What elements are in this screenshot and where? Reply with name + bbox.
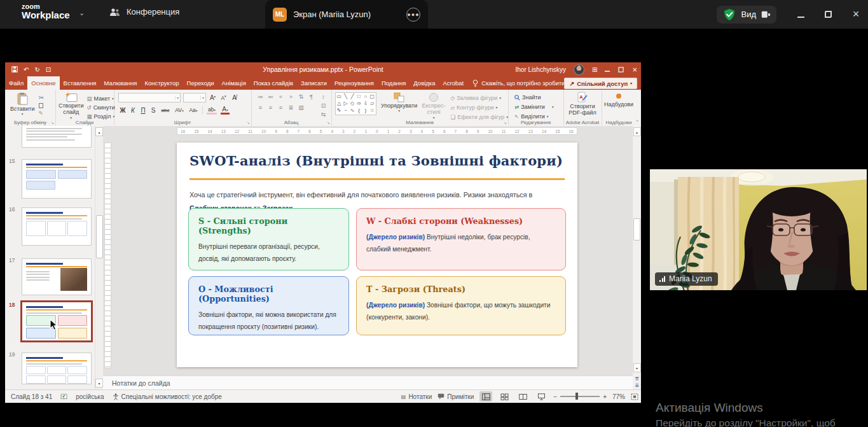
tell-me-box[interactable]: Скажіть, що потрібно зробити — [472, 76, 565, 90]
font-name-combobox[interactable]: ▾ — [118, 93, 181, 102]
align-left-icon[interactable]: ≡ — [256, 104, 265, 111]
scroll-handle[interactable] — [633, 218, 640, 241]
notes-pane[interactable]: Нотатки до слайда — [103, 375, 633, 389]
paste-button[interactable]: Вставити ▾ — [10, 92, 35, 116]
columns-icon[interactable]: ▥ — [297, 104, 305, 111]
font-color-button[interactable]: А▾ — [221, 106, 230, 115]
drawing-dialog-launcher[interactable]: ↘ — [504, 120, 507, 125]
shape-fill-button[interactable]: ◇Заливка фігури▾ — [451, 94, 508, 102]
share-button[interactable]: ↗ Спільний доступ ▾ — [564, 78, 637, 89]
menu-tab-Записати[interactable]: Записати — [297, 76, 331, 90]
collapse-ribbon-icon[interactable]: ⌃ — [635, 120, 639, 125]
next-slide-icon[interactable]: ⇊ — [633, 382, 641, 389]
menu-tab-Вставлення[interactable]: Вставлення — [60, 76, 100, 90]
menu-tab-Переходи[interactable]: Переходи — [183, 76, 218, 90]
justify-icon[interactable]: ≣ — [287, 104, 295, 111]
slide-canvas[interactable]: SWOT-аналіз (Внутрішні та Зовнішні факто… — [177, 143, 577, 367]
menu-tab-Файл[interactable]: Файл — [5, 76, 27, 90]
shape-icon[interactable]: ⇩ — [364, 101, 368, 107]
zoom-slider-handle[interactable] — [575, 393, 578, 400]
spell-check-icon[interactable] — [60, 393, 67, 400]
decrease-font-icon[interactable]: A▾ — [219, 94, 228, 101]
tab-screen-share[interactable]: ML Экран (Mariia Lyzun) ●●● — [265, 0, 428, 29]
language-indicator[interactable]: російська — [76, 393, 104, 400]
slide-thumbnail-19[interactable] — [22, 353, 92, 384]
user-avatar[interactable] — [574, 64, 584, 75]
shape-outline-button[interactable]: ▱Контур фігури▾ — [451, 104, 508, 111]
create-pdf-button[interactable]: A Створити PDF-файл — [566, 92, 599, 116]
outdent-icon[interactable]: « — [277, 94, 285, 100]
zoom-percentage[interactable]: 77% — [612, 393, 625, 400]
bold-button[interactable]: Ж — [120, 107, 126, 114]
menu-tab-Довідка[interactable]: Довідка — [410, 76, 439, 90]
shape-icon[interactable]: ∿ — [350, 108, 355, 114]
addins-button[interactable]: Надбудови — [603, 94, 635, 108]
menu-tab-Рецензування[interactable]: Рецензування — [331, 76, 378, 90]
copy-icon[interactable] — [39, 103, 43, 108]
webcam-video-tile[interactable]: Mariia Lyzun — [650, 169, 867, 290]
replace-button[interactable]: ⇄Замінити▾ — [514, 103, 563, 111]
shape-icon[interactable]: ▱ — [370, 101, 374, 107]
shape-icon[interactable]: ⇨ — [357, 101, 361, 107]
menu-tab-Показ слайдів[interactable]: Показ слайдів — [250, 76, 297, 90]
shape-icon[interactable]: ✎ — [337, 108, 341, 114]
quick-styles-button[interactable]: Експрес-стилі ▾ — [422, 92, 446, 120]
comments-toggle[interactable]: Примітки — [437, 393, 474, 400]
security-shield-icon[interactable] — [723, 8, 736, 21]
menu-tab-Acrobat[interactable]: Acrobat — [439, 76, 468, 90]
menu-tab-Основне[interactable]: Основне — [27, 76, 59, 90]
menu-tab-Анімація[interactable]: Анімація — [218, 76, 250, 90]
shape-icon[interactable]: ~ — [344, 108, 347, 114]
paragraph-dialog-launcher[interactable]: ↘ — [327, 120, 330, 125]
tab-conference[interactable]: Конференция — [109, 7, 179, 17]
more-options-icon[interactable]: ●●● — [406, 8, 420, 22]
slide-scrollbar[interactable]: ▴ ▾ ⇈ ⇊ — [632, 126, 641, 389]
underline-button[interactable]: П — [140, 107, 146, 114]
increase-font-icon[interactable]: A▴ — [209, 94, 217, 101]
shape-icon[interactable]: ▷ — [344, 101, 348, 107]
shape-icon[interactable]: ◇ — [350, 101, 354, 107]
normal-view-button[interactable] — [479, 391, 492, 402]
notes-toggle[interactable]: ▤ Нотатки — [401, 393, 432, 400]
slideshow-view-button[interactable] — [535, 391, 548, 402]
chevron-down-icon[interactable]: ⌄ — [79, 9, 85, 17]
shape-icon[interactable]: ▢ — [370, 94, 375, 100]
minimize-button[interactable] — [795, 9, 806, 20]
shape-icon[interactable]: { — [358, 108, 360, 114]
zoom-in-icon[interactable]: + — [603, 393, 607, 400]
fit-to-window-icon[interactable] — [631, 393, 638, 400]
signed-in-user[interactable]: Ihor Lishchynskyy — [516, 66, 566, 73]
clipboard-dialog-launcher[interactable]: ↘ — [51, 120, 54, 125]
slide-sorter-view-button[interactable] — [498, 391, 511, 402]
scroll-up-icon[interactable]: ▴ — [633, 127, 641, 136]
view-button[interactable]: Вид — [717, 6, 776, 24]
restore-button[interactable] — [825, 11, 832, 18]
scroll-down-icon[interactable]: ▾ — [633, 363, 641, 372]
bullets-icon[interactable]: ≔ — [256, 94, 265, 100]
line-spacing-icon[interactable]: ⇅ — [297, 94, 305, 100]
shape-icon[interactable]: } — [365, 108, 367, 114]
slide-thumbnail-16[interactable] — [22, 207, 92, 246]
ribbon-display-icon[interactable]: ⊞ — [592, 66, 597, 73]
shape-icon[interactable]: ▭ — [336, 94, 341, 100]
cut-icon[interactable]: ✂ — [39, 94, 44, 101]
character-spacing-button[interactable]: AV▾ — [174, 107, 184, 113]
ppt-restore-button[interactable] — [619, 67, 624, 73]
strikethrough-button[interactable]: abc — [160, 108, 170, 113]
format-painter-icon[interactable]: ✎ — [39, 110, 44, 116]
convert-smartart-button[interactable]: ⇆ — [319, 111, 327, 118]
text-shadow-button[interactable]: S — [150, 107, 156, 114]
numbering-icon[interactable]: ≕ — [266, 94, 275, 100]
shape-icon[interactable]: ╱ — [351, 94, 354, 100]
save-icon[interactable] — [11, 66, 18, 73]
reading-view-button[interactable] — [516, 391, 529, 402]
menu-tab-Конструктор[interactable]: Конструктор — [141, 76, 183, 90]
shape-icon[interactable]: ○ — [364, 94, 368, 100]
slideshow-icon[interactable]: ⊡ — [46, 66, 51, 73]
reset-button[interactable]: ↺Скинути — [87, 104, 115, 111]
shape-icon[interactable]: △ — [337, 101, 341, 107]
align-text-button[interactable]: ⊡ — [319, 102, 327, 109]
highlight-color-button[interactable]: ab▾ — [207, 106, 217, 115]
zoom-slider[interactable]: − + — [553, 393, 607, 400]
find-button[interactable]: Знайти — [514, 94, 563, 101]
